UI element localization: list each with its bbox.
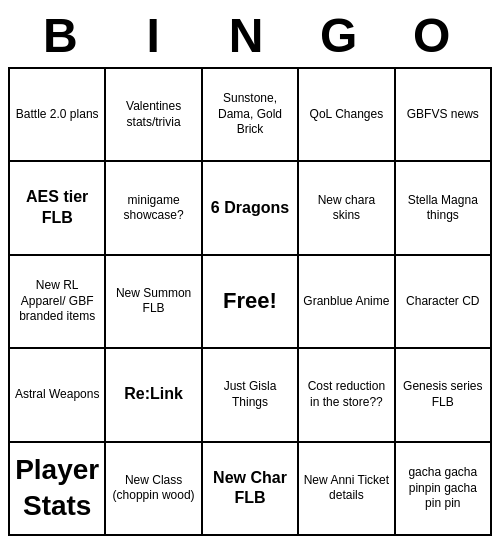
bingo-cell-16: Re:Link xyxy=(106,349,202,442)
title-i: I xyxy=(111,8,204,63)
bingo-cell-10: New RL Apparel/ GBF branded items xyxy=(10,256,106,349)
bingo-cell-15: Astral Weapons xyxy=(10,349,106,442)
bingo-cell-21: New Class (choppin wood) xyxy=(106,443,202,536)
title-n: N xyxy=(204,8,297,63)
bingo-cell-18: Cost reduction in the store?? xyxy=(299,349,395,442)
title-o: O xyxy=(389,8,482,63)
bingo-cell-1: Valentines stats/trivia xyxy=(106,69,202,162)
bingo-grid: Battle 2.0 plansValentines stats/triviaS… xyxy=(8,67,492,536)
bingo-cell-19: Genesis series FLB xyxy=(396,349,492,442)
bingo-cell-14: Character CD xyxy=(396,256,492,349)
bingo-cell-23: New Anni Ticket details xyxy=(299,443,395,536)
bingo-cell-22: New Char FLB xyxy=(203,443,299,536)
bingo-cell-12: Free! xyxy=(203,256,299,349)
bingo-cell-9: Stella Magna things xyxy=(396,162,492,255)
title-g: G xyxy=(296,8,389,63)
bingo-cell-13: Granblue Anime xyxy=(299,256,395,349)
bingo-cell-11: New Summon FLB xyxy=(106,256,202,349)
bingo-cell-3: QoL Changes xyxy=(299,69,395,162)
bingo-cell-2: Sunstone, Dama, Gold Brick xyxy=(203,69,299,162)
bingo-cell-4: GBFVS news xyxy=(396,69,492,162)
bingo-title: B I N G O xyxy=(8,8,492,63)
bingo-cell-6: minigame showcase? xyxy=(106,162,202,255)
bingo-cell-24: gacha gacha pinpin gacha pin pin xyxy=(396,443,492,536)
title-b: B xyxy=(18,8,111,63)
bingo-cell-7: 6 Dragons xyxy=(203,162,299,255)
bingo-cell-5: AES tier FLB xyxy=(10,162,106,255)
bingo-cell-0: Battle 2.0 plans xyxy=(10,69,106,162)
bingo-cell-17: Just Gisla Things xyxy=(203,349,299,442)
bingo-cell-8: New chara skins xyxy=(299,162,395,255)
bingo-cell-20: Player Stats xyxy=(10,443,106,536)
